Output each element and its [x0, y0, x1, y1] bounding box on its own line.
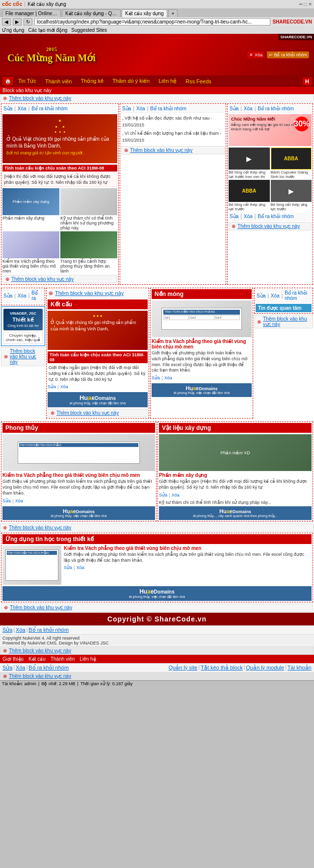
header-action-xoa[interactable]: ✕ Xóa: [247, 51, 264, 58]
nen-mong-actions: Sửa | Xóa: [152, 374, 252, 382]
nav-lien-he[interactable]: Liên hệ: [155, 76, 181, 86]
add-icon: ⊕: [5, 276, 9, 282]
tab-1[interactable]: Kết cấu xây dựng - Quả...: [62, 9, 121, 17]
add-block-link[interactable]: Thêm block vào khu vực này: [9, 96, 71, 101]
final-add-link[interactable]: Thêm block vào khu vực này: [10, 605, 72, 610]
video-title-2: Bê tông cốt thép ứng lực trước: [229, 202, 270, 211]
nav-rss[interactable]: Rss Feeds: [182, 77, 215, 86]
nav-tin-tuc[interactable]: Tin Tức: [14, 76, 40, 86]
trusted-add: ⊕ Thêm block vào khu vực này: [254, 315, 313, 328]
sub-nav: Block vào khu vực này: [0, 87, 314, 94]
block3-delete[interactable]: Xóa: [244, 106, 253, 111]
block3-edit[interactable]: Sửa: [230, 106, 238, 111]
trusted-add-link[interactable]: Thêm block vào khu vực này: [263, 316, 310, 327]
abba-label-2: ABBA: [242, 188, 256, 194]
ket-cau-add-link[interactable]: Thêm block vào khu vực này: [55, 290, 124, 297]
block2-edit[interactable]: Sửa: [122, 106, 131, 111]
ket-cau-edit[interactable]: Sửa: [48, 384, 56, 390]
ket-cau-add-link2[interactable]: Thêm block vào khu vực này: [56, 410, 119, 416]
block1-remove[interactable]: Bổ ra khỏi nhóm: [31, 106, 68, 111]
tab-new[interactable]: +: [168, 9, 178, 17]
top-col2: Sửa | Xóa | Bổ ra khỏi nhóm , Với hệ số …: [120, 103, 226, 285]
huge-domains-ad-4: HuaeDomains át phong thủy..., cây xanh q…: [159, 506, 312, 520]
top-col1: Sửa | Xóa | Bổ ra khỏi nhóm ● ● ● ● ●: [1, 103, 119, 285]
block3-footer-delete[interactable]: Xóa: [244, 214, 253, 219]
back-button[interactable]: ◀: [2, 18, 11, 25]
header-action-bo[interactable]: ↩ Bổ ra khỏi nhóm: [267, 51, 309, 58]
block2-delete[interactable]: Xóa: [136, 106, 145, 111]
tab-0[interactable]: File manager | Online fil...: [2, 9, 61, 17]
huge-domains-logo-5: HuaeDomains: [4, 588, 310, 595]
ket-cau-header: Kết cấu: [48, 299, 148, 309]
bookmark-2[interactable]: Suggested Sites: [71, 27, 107, 33]
mid-left-edit[interactable]: Sửa: [3, 293, 12, 298]
admin-footer-sua[interactable]: Sửa: [2, 665, 12, 671]
block3-add-link[interactable]: Thêm block vào khu vực này: [237, 223, 300, 229]
bookmark-0[interactable]: Ứng dụng: [2, 27, 25, 33]
nav-thong-ke[interactable]: Thống kê: [77, 76, 107, 86]
admin-nav-0[interactable]: Quản lý site: [169, 665, 198, 671]
status-separator-1: |: [77, 681, 78, 686]
ket-cau-banner-text: Ở Quả Việt chúng tôi gọi những sản phẩm …: [51, 320, 145, 332]
ung-dung-delete[interactable]: Xóa: [77, 565, 84, 570]
grid-img-2: [2, 231, 59, 258]
trusted-remove[interactable]: Bổ ra khỏi nhóm: [285, 290, 311, 301]
nen-mong-item-title: Kiểm tra Vách phẳng theo giá thiết vùng …: [152, 339, 252, 349]
bottom-add-link[interactable]: Thêm block vào khu vực này: [9, 525, 71, 530]
trusted-edit[interactable]: Sửa: [257, 293, 265, 298]
ket-cau-delete[interactable]: Xóa: [60, 384, 68, 390]
address-input[interactable]: [34, 18, 270, 25]
block2-remove[interactable]: Bổ ra khỏi nhóm: [150, 106, 186, 111]
footer-admin-bo[interactable]: Bổ ra khỏi nhóm: [28, 627, 69, 633]
block3-remove[interactable]: Bổ ra khỏi nhóm: [258, 106, 294, 111]
phong-thuy-edit[interactable]: Sửa: [2, 498, 11, 504]
tab-2[interactable]: Kết cấu xây dựng: [122, 9, 167, 17]
window-controls[interactable]: ━ □ ✕: [299, 1, 312, 7]
nen-mong-delete[interactable]: Xóa: [164, 375, 172, 381]
ung-dung-edit[interactable]: Sửa: [64, 565, 72, 570]
huge-domains-ad-1: HuaeDomains át phong thủy, việc chọn đặt…: [48, 392, 148, 407]
block3-footer-remove[interactable]: Bổ ra khỏi nhóm: [258, 214, 294, 219]
grid-title-3: Trang trí tiểu cảnh hợp phong thủy tăng …: [60, 259, 117, 273]
block3-footer-edit[interactable]: Sửa: [230, 214, 238, 219]
phong-thuy-delete[interactable]: Xóa: [15, 498, 23, 504]
block2-add-link[interactable]: Thêm block vào khu vực này: [130, 148, 192, 153]
nav-home-icon[interactable]: 🏠: [2, 77, 13, 85]
admin-nav-1[interactable]: Tắt kéo thả block: [201, 665, 243, 671]
nen-mong-img: TÍNH TOÁN KIỂM TRA VÁCH PHẲNG Col 1 Col …: [152, 300, 252, 337]
vat-lieu-edit[interactable]: Sửa: [159, 493, 167, 498]
block2-add-block: ⊕ Thêm block vào khu vực này: [121, 146, 225, 154]
footer-nav-gioi-thieu[interactable]: Giới thiệu: [2, 656, 24, 662]
footer-nav-ket-cau[interactable]: Kết cấu: [28, 656, 46, 662]
forward-button[interactable]: ▶: [13, 18, 22, 25]
mid-left-add-link[interactable]: Thêm block vào khu vực này: [10, 348, 42, 365]
nen-mong-item-desc: Giới thiệu về phương pháp tính toán kiểm…: [152, 350, 252, 373]
admin-nav-2[interactable]: Quản lý module: [246, 665, 284, 671]
vat-lieu-delete[interactable]: Xóa: [172, 493, 180, 498]
footer-admin-sua[interactable]: Sửa: [2, 627, 12, 633]
mid-left-remove[interactable]: Bổ ra: [31, 290, 43, 301]
block1-delete[interactable]: Xóa: [18, 106, 26, 111]
trusted-delete[interactable]: Xóa: [271, 293, 280, 298]
admin-footer-bo[interactable]: Bổ ra khỏi nhóm: [28, 665, 69, 671]
footer-add-link[interactable]: Thêm block vào khu vực này: [9, 648, 71, 653]
footer-admin-xoa[interactable]: Xóa: [16, 627, 26, 633]
refresh-button[interactable]: ↻: [24, 18, 32, 25]
bookmark-1[interactable]: Các tạo mới động: [28, 27, 68, 33]
admin-nav-3[interactable]: Tài khoản: [288, 665, 312, 671]
grid-title-0: Phần mềm xây dựng: [2, 216, 59, 221]
play-icon-3[interactable]: ▶: [288, 187, 294, 195]
nen-mong-edit[interactable]: Sửa: [152, 375, 160, 381]
footer-add-link-2[interactable]: Thêm block vào khu vực này: [9, 673, 71, 679]
block1-edit[interactable]: Sửa: [3, 106, 12, 111]
nav-tham-do[interactable]: Thăm dò ý kiến: [108, 76, 154, 86]
admin-footer-xoa[interactable]: Xóa: [16, 665, 26, 671]
block1-add-link[interactable]: Thêm block vào khu vực này: [11, 276, 74, 282]
footer-nav-thanh-vien[interactable]: Thành viên: [51, 656, 75, 662]
play-icon-0[interactable]: ▶: [246, 155, 252, 163]
vinadef-footer: Chuyên nghiệp, chính xác, hiệu quả: [3, 332, 43, 344]
mid-left-delete[interactable]: Xóa: [18, 293, 26, 298]
nav-thanh-vien[interactable]: Thành viên: [41, 77, 76, 86]
ung-dung-actions: Sửa | Xóa: [64, 564, 312, 571]
footer-nav-lien-he[interactable]: Liên hệ: [79, 656, 96, 662]
